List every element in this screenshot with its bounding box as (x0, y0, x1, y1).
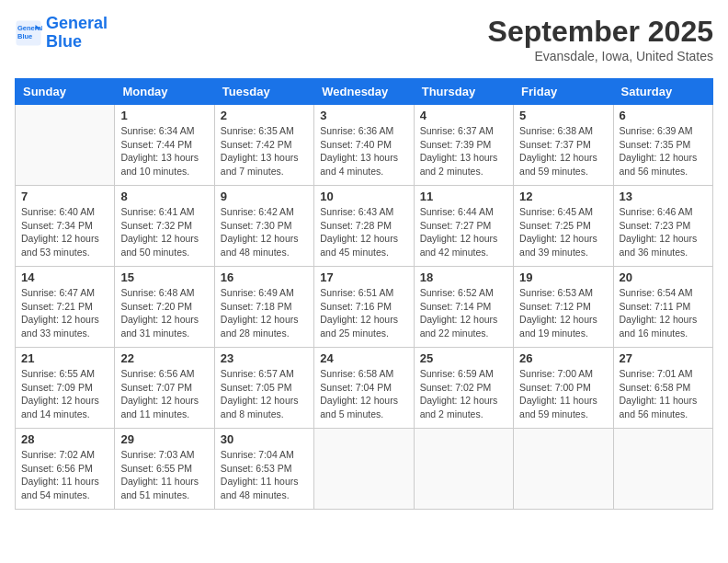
day-info: Sunrise: 6:40 AM Sunset: 7:34 PM Dayligh… (21, 205, 108, 259)
day-info: Sunrise: 6:56 AM Sunset: 7:07 PM Dayligh… (120, 367, 208, 421)
day-number: 26 (519, 351, 607, 365)
day-cell: 29Sunrise: 7:03 AM Sunset: 6:55 PM Dayli… (115, 429, 214, 510)
day-info: Sunrise: 6:53 AM Sunset: 7:12 PM Dayligh… (519, 286, 607, 340)
day-info: Sunrise: 7:01 AM Sunset: 6:58 PM Dayligh… (620, 367, 707, 421)
day-number: 4 (420, 109, 507, 122)
svg-text:Blue: Blue (17, 32, 32, 40)
day-number: 10 (320, 190, 407, 203)
month-title: September 2025 (488, 15, 713, 49)
page-header: General Blue GeneralBlue September 2025 … (15, 15, 713, 63)
day-cell: 20Sunrise: 6:54 AM Sunset: 7:11 PM Dayli… (613, 267, 712, 348)
day-number: 2 (221, 109, 308, 122)
day-info: Sunrise: 7:02 AM Sunset: 6:56 PM Dayligh… (21, 448, 108, 502)
day-cell: 8Sunrise: 6:41 AM Sunset: 7:32 PM Daylig… (115, 186, 214, 267)
day-number: 25 (420, 351, 507, 365)
day-info: Sunrise: 6:49 AM Sunset: 7:18 PM Dayligh… (221, 286, 308, 340)
header-cell-saturday: Saturday (613, 79, 712, 105)
day-number: 19 (519, 270, 607, 284)
day-info: Sunrise: 6:59 AM Sunset: 7:02 PM Dayligh… (420, 367, 507, 421)
day-cell: 1Sunrise: 6:34 AM Sunset: 7:44 PM Daylig… (115, 105, 214, 186)
day-info: Sunrise: 6:36 AM Sunset: 7:40 PM Dayligh… (320, 124, 407, 178)
week-row-2: 14Sunrise: 6:47 AM Sunset: 7:21 PM Dayli… (16, 267, 713, 348)
header-cell-wednesday: Wednesday (314, 79, 414, 105)
day-number: 23 (221, 351, 308, 365)
day-info: Sunrise: 7:04 AM Sunset: 6:53 PM Dayligh… (221, 448, 308, 502)
day-number: 17 (320, 270, 407, 284)
day-info: Sunrise: 6:34 AM Sunset: 7:44 PM Dayligh… (120, 124, 208, 178)
day-cell: 24Sunrise: 6:58 AM Sunset: 7:04 PM Dayli… (314, 348, 414, 429)
day-cell: 4Sunrise: 6:37 AM Sunset: 7:39 PM Daylig… (414, 105, 513, 186)
day-number: 15 (120, 270, 208, 284)
day-info: Sunrise: 6:58 AM Sunset: 7:04 PM Dayligh… (320, 367, 407, 421)
day-info: Sunrise: 6:35 AM Sunset: 7:42 PM Dayligh… (221, 124, 308, 178)
day-number: 1 (120, 109, 208, 122)
day-cell: 10Sunrise: 6:43 AM Sunset: 7:28 PM Dayli… (314, 186, 414, 267)
day-number: 28 (21, 432, 108, 446)
header-cell-tuesday: Tuesday (214, 79, 313, 105)
day-info: Sunrise: 6:43 AM Sunset: 7:28 PM Dayligh… (320, 205, 407, 259)
header-cell-monday: Monday (115, 79, 214, 105)
day-number: 5 (519, 109, 607, 122)
day-number: 20 (620, 270, 707, 284)
logo-icon: General Blue (15, 19, 42, 47)
logo: General Blue GeneralBlue (15, 15, 108, 52)
day-info: Sunrise: 6:39 AM Sunset: 7:35 PM Dayligh… (620, 124, 707, 178)
calendar-table: SundayMondayTuesdayWednesdayThursdayFrid… (15, 78, 713, 510)
day-number: 12 (519, 190, 607, 203)
day-cell: 11Sunrise: 6:44 AM Sunset: 7:27 PM Dayli… (414, 186, 513, 267)
day-cell: 21Sunrise: 6:55 AM Sunset: 7:09 PM Dayli… (16, 348, 115, 429)
week-row-1: 7Sunrise: 6:40 AM Sunset: 7:34 PM Daylig… (16, 186, 713, 267)
day-number: 30 (221, 432, 308, 446)
day-info: Sunrise: 6:37 AM Sunset: 7:39 PM Dayligh… (420, 124, 507, 178)
day-cell: 3Sunrise: 6:36 AM Sunset: 7:40 PM Daylig… (314, 105, 414, 186)
day-number: 22 (120, 351, 208, 365)
day-info: Sunrise: 6:41 AM Sunset: 7:32 PM Dayligh… (120, 205, 208, 259)
day-cell: 14Sunrise: 6:47 AM Sunset: 7:21 PM Dayli… (16, 267, 115, 348)
day-cell: 2Sunrise: 6:35 AM Sunset: 7:42 PM Daylig… (214, 105, 313, 186)
day-cell: 13Sunrise: 6:46 AM Sunset: 7:23 PM Dayli… (613, 186, 712, 267)
day-cell: 25Sunrise: 6:59 AM Sunset: 7:02 PM Dayli… (414, 348, 513, 429)
week-row-3: 21Sunrise: 6:55 AM Sunset: 7:09 PM Dayli… (16, 348, 713, 429)
day-info: Sunrise: 6:51 AM Sunset: 7:16 PM Dayligh… (320, 286, 407, 340)
day-cell: 30Sunrise: 7:04 AM Sunset: 6:53 PM Dayli… (214, 429, 313, 510)
day-info: Sunrise: 6:54 AM Sunset: 7:11 PM Dayligh… (620, 286, 707, 340)
day-cell: 6Sunrise: 6:39 AM Sunset: 7:35 PM Daylig… (613, 105, 712, 186)
day-cell: 23Sunrise: 6:57 AM Sunset: 7:05 PM Dayli… (214, 348, 313, 429)
day-info: Sunrise: 6:44 AM Sunset: 7:27 PM Dayligh… (420, 205, 507, 259)
day-cell: 15Sunrise: 6:48 AM Sunset: 7:20 PM Dayli… (115, 267, 214, 348)
day-cell (613, 429, 712, 510)
day-info: Sunrise: 6:45 AM Sunset: 7:25 PM Dayligh… (519, 205, 607, 259)
day-cell: 19Sunrise: 6:53 AM Sunset: 7:12 PM Dayli… (514, 267, 613, 348)
day-number: 29 (120, 432, 208, 446)
day-info: Sunrise: 6:42 AM Sunset: 7:30 PM Dayligh… (221, 205, 308, 259)
calendar-header: SundayMondayTuesdayWednesdayThursdayFrid… (16, 79, 713, 105)
day-number: 11 (420, 190, 507, 203)
day-cell: 18Sunrise: 6:52 AM Sunset: 7:14 PM Dayli… (414, 267, 513, 348)
day-cell (514, 429, 613, 510)
day-cell: 17Sunrise: 6:51 AM Sunset: 7:16 PM Dayli… (314, 267, 414, 348)
day-cell (314, 429, 414, 510)
day-number: 13 (620, 190, 707, 203)
day-info: Sunrise: 6:57 AM Sunset: 7:05 PM Dayligh… (221, 367, 308, 421)
week-row-0: 1Sunrise: 6:34 AM Sunset: 7:44 PM Daylig… (16, 105, 713, 186)
day-cell: 22Sunrise: 6:56 AM Sunset: 7:07 PM Dayli… (115, 348, 214, 429)
day-cell: 12Sunrise: 6:45 AM Sunset: 7:25 PM Dayli… (514, 186, 613, 267)
calendar-body: 1Sunrise: 6:34 AM Sunset: 7:44 PM Daylig… (16, 105, 713, 510)
day-number: 24 (320, 351, 407, 365)
header-row: SundayMondayTuesdayWednesdayThursdayFrid… (16, 79, 713, 105)
day-cell: 7Sunrise: 6:40 AM Sunset: 7:34 PM Daylig… (16, 186, 115, 267)
day-number: 21 (21, 351, 108, 365)
title-block: September 2025 Evansdale, Iowa, United S… (488, 15, 713, 63)
day-cell (414, 429, 513, 510)
header-cell-sunday: Sunday (16, 79, 115, 105)
day-cell: 26Sunrise: 7:00 AM Sunset: 7:00 PM Dayli… (514, 348, 613, 429)
day-info: Sunrise: 6:48 AM Sunset: 7:20 PM Dayligh… (120, 286, 208, 340)
day-cell: 16Sunrise: 6:49 AM Sunset: 7:18 PM Dayli… (214, 267, 313, 348)
header-cell-thursday: Thursday (414, 79, 513, 105)
day-number: 8 (120, 190, 208, 203)
day-number: 27 (620, 351, 707, 365)
day-number: 7 (21, 190, 108, 203)
day-number: 3 (320, 109, 407, 122)
day-number: 18 (420, 270, 507, 284)
day-info: Sunrise: 7:00 AM Sunset: 7:00 PM Dayligh… (519, 367, 607, 421)
